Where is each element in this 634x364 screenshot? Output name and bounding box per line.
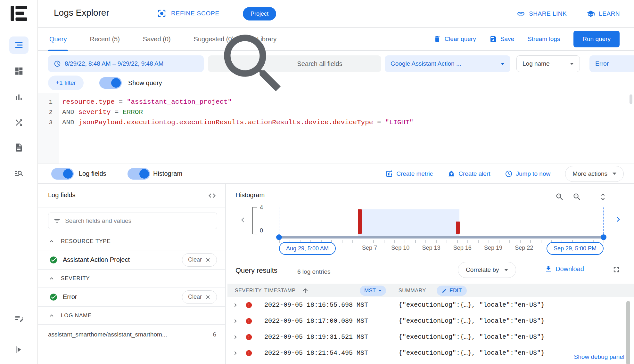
expand-histogram-button[interactable] — [598, 192, 607, 201]
create-metric-button[interactable]: Create metric — [385, 170, 433, 178]
clear-severity-filter-button[interactable]: Clear — [182, 290, 217, 304]
query-line-3: AND jsonPayload.executionLog.executionRe… — [62, 119, 413, 126]
histogram-selection-region[interactable] — [358, 209, 459, 237]
y-axis-label-max: 4 — [260, 204, 263, 211]
log-name-value-row[interactable]: assistant_smarthome/assistant_smarthom..… — [38, 325, 225, 344]
save-label: Save — [500, 36, 514, 43]
filter-bar: 8/29/22, 8:48 AM – 9/29/22, 9:48 AM Goog… — [38, 51, 634, 93]
expand-row-icon[interactable] — [232, 302, 239, 309]
clear-query-button[interactable]: Clear query — [433, 35, 476, 43]
add-filter-chip[interactable]: +1 filter — [48, 76, 84, 90]
cloud-logging-logo[interactable] — [10, 5, 28, 21]
log-entry-row[interactable]: 2022-09-05 18:19:31.521 MST {"executionL… — [227, 329, 634, 345]
sidebar-item-release-notes[interactable] — [9, 310, 29, 327]
axis-tick — [509, 240, 510, 243]
tab-query[interactable]: Query — [48, 28, 68, 51]
run-query-button[interactable]: Run query — [573, 31, 620, 47]
column-header-severity[interactable]: SEVERITY — [235, 284, 262, 297]
tab-actions: Clear query Save Stream logs Run query — [433, 28, 620, 51]
results-table: SEVERITY TIMESTAMP MST SUMMARY EDIT — [227, 284, 634, 361]
chevron-down-icon — [570, 63, 574, 65]
fullscreen-button[interactable] — [612, 265, 621, 274]
expand-row-icon[interactable] — [232, 350, 239, 357]
clock-icon — [54, 60, 61, 67]
slider-handle-end[interactable] — [601, 234, 606, 240]
zoom-in-button[interactable] — [572, 192, 581, 201]
top-bar-actions: SHARE LINK LEARN — [517, 0, 620, 28]
correlate-by-dropdown[interactable]: Correlate by — [458, 262, 516, 278]
expand-row-icon[interactable] — [232, 334, 239, 341]
clear-label: Clear — [188, 294, 202, 300]
log-name-filter-dropdown[interactable]: Log name — [516, 55, 580, 72]
log-entry-row[interactable]: 2022-09-05 18:17:00.089 MST {"executionL… — [227, 313, 634, 329]
refine-scope-button[interactable]: REFINE SCOPE — [157, 9, 219, 18]
fullscreen-icon — [612, 265, 621, 274]
show-query-toggle[interactable] — [99, 77, 122, 89]
editor-scrollbar[interactable] — [630, 94, 632, 104]
range-end-pill[interactable]: Sep 29, 5:00 PM — [547, 242, 604, 255]
timezone-dropdown[interactable]: MST — [360, 286, 386, 296]
jump-to-now-button[interactable]: Jump to now — [505, 170, 550, 178]
axis-tick — [352, 240, 353, 243]
time-range-slider-track[interactable] — [279, 236, 604, 239]
histogram-pan-right-button[interactable] — [613, 214, 623, 224]
clear-resource-filter-button[interactable]: Clear — [182, 253, 217, 267]
expand-row-icon[interactable] — [232, 318, 239, 325]
tab-recent[interactable]: Recent (5) — [88, 28, 121, 51]
edit-summary-button[interactable]: EDIT — [437, 286, 467, 296]
histogram-tools — [555, 191, 607, 203]
project-scope-badge[interactable]: Project — [243, 7, 276, 20]
histogram-pan-left-button[interactable] — [238, 215, 248, 225]
more-actions-label: More actions — [572, 170, 607, 177]
histogram-plot[interactable] — [279, 207, 604, 238]
code-token: jsonPayload.executionLog.executionResult… — [78, 119, 373, 126]
histogram-bar-sep-5[interactable] — [358, 209, 362, 234]
sidebar-item-log-router[interactable] — [9, 114, 29, 131]
sidebar-expand-panel-button[interactable] — [9, 341, 29, 358]
time-range-filter-chip[interactable]: 8/29/22, 8:48 AM – 9/29/22, 9:48 AM — [48, 55, 204, 72]
histogram-toggle[interactable] — [128, 168, 150, 180]
search-all-fields-box[interactable] — [208, 55, 381, 72]
more-actions-button[interactable]: More actions — [565, 166, 624, 182]
section-resource-type[interactable]: RESOURCE TYPE — [38, 232, 225, 250]
learn-button[interactable]: LEARN — [587, 10, 620, 18]
results-scrollbar[interactable] — [626, 301, 630, 364]
save-button[interactable]: Save — [490, 35, 514, 43]
log-entry-row[interactable]: 2022-09-05 18:16:55.698 MST {"executionL… — [227, 297, 634, 313]
slider-handle-start[interactable] — [276, 234, 282, 240]
download-button[interactable]: Download — [545, 265, 584, 273]
sidebar-item-log-based-metrics[interactable] — [9, 89, 29, 106]
share-link-button[interactable]: SHARE LINK — [517, 10, 567, 18]
severity-filter-dropdown[interactable]: Error — [589, 55, 634, 72]
chevron-up-icon — [48, 238, 55, 245]
log-fields-search-box[interactable] — [48, 213, 217, 229]
sidebar-item-logs-dashboard[interactable] — [9, 62, 29, 80]
log-fields-list: RESOURCE TYPE Assistant Action Project C… — [38, 232, 225, 344]
clear-label: Clear — [188, 256, 202, 263]
timezone-label: MST — [364, 287, 376, 294]
section-severity[interactable]: SEVERITY — [38, 270, 225, 287]
search-all-fields-input[interactable] — [297, 60, 375, 68]
resource-filter-dropdown[interactable]: Google Assistant Action ... — [385, 55, 510, 72]
log-fields-toggle[interactable] — [51, 168, 74, 180]
axis-tick — [467, 240, 468, 243]
sidebar-item-log-analytics[interactable] — [9, 165, 29, 182]
show-debug-panel-link[interactable]: Show debug panel — [573, 353, 626, 361]
range-start-pill[interactable]: Aug 29, 5:00 AM — [279, 242, 336, 255]
column-header-timestamp[interactable]: TIMESTAMP — [264, 284, 296, 297]
sidebar-item-log-storage[interactable] — [9, 139, 29, 156]
create-alert-button[interactable]: Create alert — [448, 170, 490, 178]
sort-ascending-icon[interactable] — [302, 287, 309, 294]
log-entries-count: 6 log entries — [297, 268, 331, 275]
query-editor[interactable]: 1 2 3 resource.type = "assistant_action_… — [38, 93, 634, 164]
zoom-out-button[interactable] — [555, 192, 564, 201]
log-fields-search-input[interactable] — [65, 217, 212, 224]
axis-tick — [279, 240, 280, 243]
sidebar-item-logs-explorer[interactable] — [9, 36, 29, 54]
stream-logs-button[interactable]: Stream logs — [528, 36, 560, 43]
tab-saved[interactable]: Saved (0) — [142, 28, 172, 51]
manage-search-icon — [14, 168, 24, 178]
section-log-name[interactable]: LOG NAME — [38, 307, 225, 325]
code-collapse-icon[interactable] — [208, 191, 216, 200]
histogram-bar-sep-15[interactable] — [456, 222, 460, 234]
